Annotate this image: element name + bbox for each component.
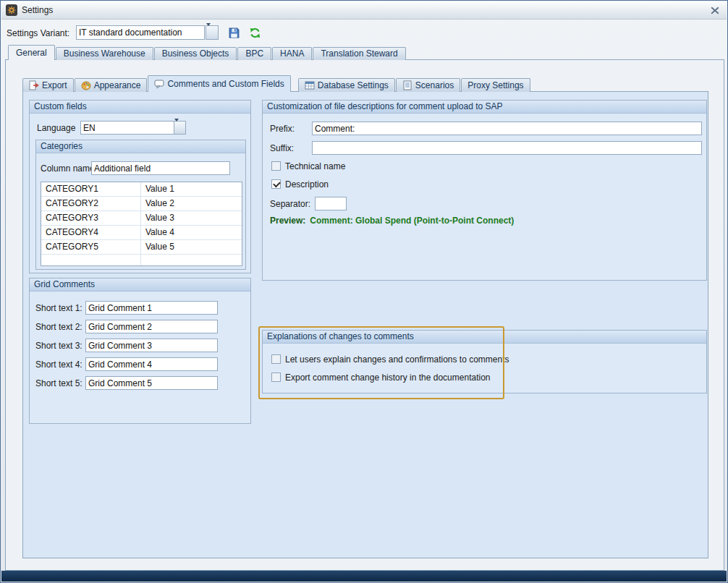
short-text-3-label: Short text 3:: [35, 341, 82, 351]
prefix-input[interactable]: [312, 122, 702, 135]
categories-table: CATEGORY1 Value 1 CATEGORY2 Value 2 CATE…: [41, 182, 242, 266]
language-label: Language: [37, 123, 75, 133]
preview-text: Preview:Comment: Global Spend (Point-to-…: [270, 216, 514, 226]
settings-window: Settings Settings Variant: General Busin…: [0, 0, 728, 583]
subtab-scenarios[interactable]: Scenarios: [396, 78, 460, 92]
settings-variant-input[interactable]: [76, 25, 205, 40]
grid-comments-group-title: Grid Comments: [30, 278, 250, 292]
file-descriptions-group-title: Customization of file descriptions for c…: [263, 101, 706, 114]
value-cell[interactable]: Value 5: [141, 240, 242, 254]
prefix-label: Prefix:: [270, 124, 295, 134]
tab-bpc[interactable]: BPC: [237, 47, 271, 60]
gear-app-icon: [6, 4, 17, 16]
table-row-empty[interactable]: [41, 255, 242, 266]
export-history-checkbox[interactable]: [271, 373, 281, 382]
close-icon[interactable]: [711, 7, 719, 14]
comments-custom-fields-panel: Custom fields Language Categories Column…: [22, 91, 708, 558]
sub-tab-strip: Export Appearance Comments and Custom Fi…: [22, 75, 531, 92]
suffix-label: Suffix:: [270, 143, 294, 153]
category-cell[interactable]: CATEGORY2: [41, 197, 141, 210]
subtab-database-settings[interactable]: Database Settings: [298, 78, 395, 92]
table-row[interactable]: CATEGORY2 Value 2: [41, 197, 242, 211]
subtab-proxy-settings-label: Proxy Settings: [467, 80, 523, 90]
category-cell[interactable]: CATEGORY4: [41, 226, 141, 239]
custom-fields-group: Custom fields Language Categories Column…: [29, 100, 251, 273]
categories-group-title: Categories: [36, 140, 245, 153]
subtab-scenarios-label: Scenarios: [415, 80, 454, 90]
category-cell[interactable]: CATEGORY1: [41, 182, 141, 196]
grid-comments-group: Grid Comments Short text 1: Short text 2…: [29, 278, 251, 424]
subtab-database-settings-label: Database Settings: [318, 80, 389, 90]
database-table-icon: [305, 80, 315, 90]
short-text-2-input[interactable]: [85, 320, 218, 333]
palette-icon: [81, 80, 91, 90]
short-text-4-label: Short text 4:: [35, 359, 82, 370]
category-cell[interactable]: CATEGORY3: [41, 211, 141, 225]
tab-general[interactable]: General: [8, 45, 55, 60]
preview-label: Preview:: [270, 216, 305, 226]
separator-input[interactable]: [315, 197, 347, 210]
technical-name-label: Technical name: [285, 161, 345, 171]
main-tab-strip: General Business Warehouse Business Obje…: [8, 45, 406, 60]
settings-variant-label: Settings Variant:: [7, 28, 69, 38]
subtab-export-label: Export: [42, 80, 67, 90]
explain-changes-checkbox[interactable]: [271, 354, 281, 364]
subtab-proxy-settings[interactable]: Proxy Settings: [461, 78, 530, 92]
suffix-input[interactable]: [312, 141, 702, 155]
custom-fields-group-title: Custom fields: [30, 101, 250, 114]
refresh-icon: [249, 27, 261, 39]
save-button[interactable]: [227, 25, 241, 40]
column-name-label: Column name:: [41, 163, 97, 174]
column-name-input[interactable]: [91, 161, 230, 175]
subtab-appearance-label: Appearance: [94, 80, 141, 90]
subtab-export[interactable]: Export: [22, 78, 74, 92]
refresh-button[interactable]: [247, 25, 262, 40]
window-title: Settings: [22, 5, 53, 15]
value-cell[interactable]: Value 2: [141, 197, 242, 210]
table-row[interactable]: CATEGORY3 Value 3: [41, 211, 242, 226]
file-descriptions-group: Customization of file descriptions for c…: [262, 100, 707, 281]
short-text-1-input[interactable]: [85, 301, 218, 315]
language-input[interactable]: [80, 121, 174, 135]
tab-translation-steward[interactable]: Translation Steward: [313, 47, 405, 60]
chevron-down-icon: [206, 23, 211, 41]
subtab-comments-label: Comments and Custom Fields: [167, 79, 284, 89]
value-cell[interactable]: Value 3: [141, 211, 242, 225]
save-floppy-icon: [228, 27, 240, 39]
value-cell[interactable]: Value 4: [141, 226, 242, 239]
table-row[interactable]: CATEGORY5 Value 5: [41, 240, 242, 255]
short-text-4-input[interactable]: [85, 357, 218, 371]
short-text-1-label: Short text 1:: [35, 303, 82, 313]
description-checkbox[interactable]: [271, 179, 281, 189]
short-text-3-input[interactable]: [85, 339, 218, 352]
general-tab-page: Export Appearance Comments and Custom Fi…: [5, 59, 724, 571]
explanations-group: Explanations of changes to comments Let …: [262, 330, 707, 393]
titlebar[interactable]: Settings: [1, 1, 727, 20]
preview-value: Comment: Global Spend (Point-to-Point Co…: [310, 216, 514, 226]
category-cell[interactable]: CATEGORY5: [41, 240, 141, 254]
tab-business-objects[interactable]: Business Objects: [154, 47, 237, 60]
value-cell[interactable]: Value 1: [141, 182, 242, 196]
tab-business-warehouse[interactable]: Business Warehouse: [56, 47, 153, 60]
chevron-down-icon: [174, 119, 179, 136]
subtab-comments-and-custom-fields[interactable]: Comments and Custom Fields: [148, 75, 290, 92]
short-text-5-input[interactable]: [85, 376, 218, 390]
short-text-5-label: Short text 5:: [35, 378, 82, 388]
tab-hana[interactable]: HANA: [272, 47, 312, 60]
explanations-group-title: Explanations of changes to comments: [263, 331, 706, 344]
table-row[interactable]: CATEGORY4 Value 4: [41, 226, 242, 240]
explain-changes-label: Let users explain changes and confirmati…: [285, 354, 509, 365]
window-bottom-edge: [1, 571, 727, 582]
language-dropdown-button[interactable]: [174, 121, 186, 135]
subtab-appearance[interactable]: Appearance: [75, 78, 148, 92]
export-icon: [29, 80, 39, 90]
description-label: Description: [285, 179, 329, 190]
document-list-icon: [402, 80, 412, 90]
technical-name-checkbox[interactable]: [271, 161, 281, 171]
separator-label: Separator:: [270, 199, 310, 209]
settings-variant-dropdown-button[interactable]: [206, 25, 219, 40]
table-row[interactable]: CATEGORY1 Value 1: [41, 182, 242, 197]
categories-group: Categories Column name: CATEGORY1 Value …: [35, 140, 246, 270]
export-history-label: Export comment change history in the doc…: [285, 373, 491, 383]
comment-bubble-icon: [154, 79, 164, 89]
